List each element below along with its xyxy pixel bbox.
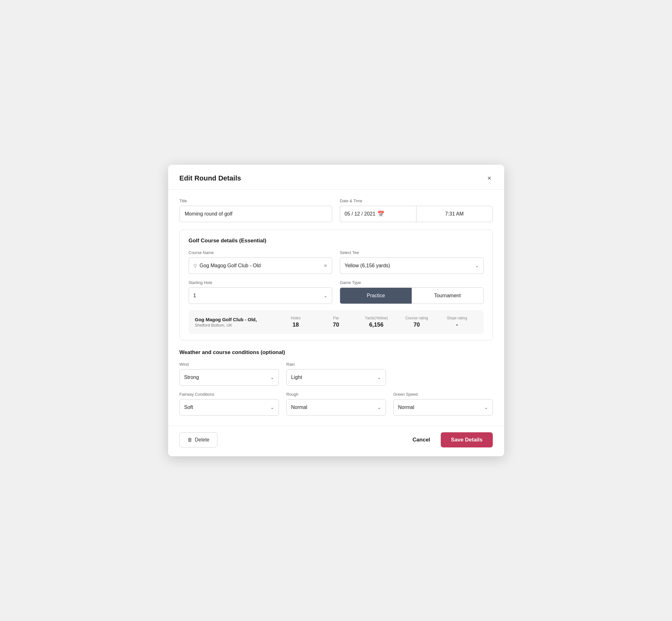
green-speed-col: Green Speed Normal ⌄: [393, 392, 493, 416]
fairway-rough-green-row: Fairway Conditions Soft ⌄ Rough Normal ⌄…: [179, 392, 493, 416]
date-input[interactable]: 05 / 12 / 2021 📅: [340, 206, 416, 222]
yards-label: Yards(Yellow): [356, 316, 396, 320]
rain-col: Rain Light ⌄: [287, 362, 386, 385]
footer-right: Cancel Save Details: [410, 432, 493, 448]
course-info-row: Gog Magog Golf Club - Old, Shelford Bott…: [189, 310, 484, 334]
green-speed-label: Green Speed: [393, 392, 493, 397]
holes-label: Holes: [276, 316, 316, 320]
weather-section-title: Weather and course conditions (optional): [179, 349, 493, 356]
title-label: Title: [179, 199, 333, 203]
course-info-name-text: Gog Magog Golf Club - Old,: [195, 317, 276, 322]
rain-value: Light: [291, 375, 377, 380]
rain-dropdown[interactable]: Light ⌄: [287, 369, 386, 385]
par-value: 70: [316, 322, 356, 328]
course-name-tee-row: Course Name ⚲ Gog Magog Golf Club - Old …: [189, 250, 484, 274]
slope-rating-label: Slope rating: [437, 316, 477, 320]
game-type-col: Game Type Practice Tournament: [340, 280, 484, 304]
chevron-down-icon-2: ⌄: [324, 293, 328, 298]
modal-header: Edit Round Details ×: [168, 165, 504, 190]
modal-title: Edit Round Details: [179, 174, 241, 182]
starting-hole-dropdown[interactable]: 1 ⌄: [189, 287, 333, 304]
select-tee-label: Select Tee: [340, 250, 484, 255]
fairway-value: Soft: [184, 405, 270, 410]
select-tee-value: Yellow (6,156 yards): [344, 263, 475, 268]
clear-course-icon[interactable]: ✕: [324, 263, 328, 268]
delete-label: Delete: [195, 437, 209, 443]
time-text: 7:31 AM: [445, 211, 464, 217]
game-type-label: Game Type: [340, 280, 484, 285]
starting-hole-game-type-row: Starting Hole 1 ⌄ Game Type Practice Tou…: [189, 280, 484, 304]
course-name-label: Course Name: [189, 250, 333, 255]
modal-footer: 🗑 Delete Cancel Save Details: [168, 426, 504, 456]
weather-section: Weather and course conditions (optional)…: [179, 349, 493, 416]
rough-dropdown[interactable]: Normal ⌄: [287, 399, 386, 416]
calendar-icon: 📅: [377, 210, 384, 217]
rough-label: Rough: [287, 392, 386, 397]
starting-hole-value: 1: [194, 293, 324, 298]
save-button[interactable]: Save Details: [441, 432, 493, 448]
chevron-down-icon-rough: ⌄: [377, 405, 381, 410]
starting-hole-col: Starting Hole 1 ⌄: [189, 280, 333, 304]
search-icon: ⚲: [194, 263, 197, 269]
holes-stat: Holes 18: [276, 316, 316, 328]
modal-body: Title Date & Time 05 / 12 / 2021 📅 7:31 …: [168, 190, 504, 426]
top-row: Title Date & Time 05 / 12 / 2021 📅 7:31 …: [179, 199, 493, 222]
select-tee-dropdown[interactable]: Yellow (6,156 yards) ⌄: [340, 257, 484, 274]
course-name-input[interactable]: ⚲ Gog Magog Golf Club - Old ✕: [189, 257, 333, 274]
rain-label: Rain: [287, 362, 386, 367]
starting-hole-label: Starting Hole: [189, 280, 333, 285]
course-rating-stat: Course rating 70: [396, 316, 437, 328]
practice-toggle-button[interactable]: Practice: [340, 288, 412, 303]
green-speed-value: Normal: [398, 405, 484, 410]
title-input[interactable]: [179, 206, 333, 222]
cancel-button[interactable]: Cancel: [410, 432, 433, 448]
holes-value: 18: [276, 322, 316, 328]
chevron-down-icon-rain: ⌄: [377, 375, 381, 380]
chevron-down-icon-green: ⌄: [484, 405, 488, 410]
chevron-down-icon: ⌄: [475, 263, 479, 268]
wind-rain-row: Wind Strong ⌄ Rain Light ⌄: [179, 362, 493, 385]
tournament-toggle-button[interactable]: Tournament: [412, 288, 483, 303]
yards-stat: Yards(Yellow) 6,156: [356, 316, 396, 328]
time-input[interactable]: 7:31 AM: [416, 206, 493, 222]
close-button[interactable]: ×: [486, 173, 493, 183]
course-name-col: Course Name ⚲ Gog Magog Golf Club - Old …: [189, 250, 333, 274]
par-stat: Par 70: [316, 316, 356, 328]
slope-rating-value: -: [437, 322, 477, 328]
par-label: Par: [316, 316, 356, 320]
golf-course-section: Golf Course details (Essential) Course N…: [179, 230, 493, 340]
slope-rating-stat: Slope rating -: [437, 316, 477, 328]
golf-section-title: Golf Course details (Essential): [189, 238, 484, 244]
wind-value: Strong: [184, 375, 270, 380]
wind-label: Wind: [179, 362, 279, 367]
green-speed-dropdown[interactable]: Normal ⌄: [393, 399, 493, 416]
game-type-toggle: Practice Tournament: [340, 287, 484, 304]
select-tee-col: Select Tee Yellow (6,156 yards) ⌄: [340, 250, 484, 274]
course-info-location: Shelford Bottom, UK: [195, 323, 276, 328]
yards-value: 6,156: [356, 322, 396, 328]
delete-button[interactable]: 🗑 Delete: [179, 432, 217, 448]
trash-icon: 🗑: [187, 437, 193, 443]
rough-value: Normal: [291, 405, 377, 410]
course-rating-label: Course rating: [396, 316, 437, 320]
fairway-label: Fairway Conditions: [179, 392, 279, 397]
chevron-down-icon-wind: ⌄: [270, 375, 274, 380]
datetime-field-container: Date & Time 05 / 12 / 2021 📅 7:31 AM: [340, 199, 493, 222]
fairway-col: Fairway Conditions Soft ⌄: [179, 392, 279, 416]
edit-round-modal: Edit Round Details × Title Date & Time 0…: [168, 165, 504, 456]
datetime-inputs: 05 / 12 / 2021 📅 7:31 AM: [340, 206, 493, 222]
wind-dropdown[interactable]: Strong ⌄: [179, 369, 279, 385]
course-name-text: Gog Magog Golf Club - Old: [200, 263, 322, 268]
course-rating-value: 70: [396, 322, 437, 328]
chevron-down-icon-fairway: ⌄: [270, 405, 274, 410]
course-info-name: Gog Magog Golf Club - Old, Shelford Bott…: [195, 317, 276, 328]
datetime-label: Date & Time: [340, 199, 493, 203]
date-text: 05 / 12 / 2021: [344, 211, 375, 217]
rough-col: Rough Normal ⌄: [287, 392, 386, 416]
title-field-container: Title: [179, 199, 333, 222]
wind-col: Wind Strong ⌄: [179, 362, 279, 385]
fairway-dropdown[interactable]: Soft ⌄: [179, 399, 279, 416]
